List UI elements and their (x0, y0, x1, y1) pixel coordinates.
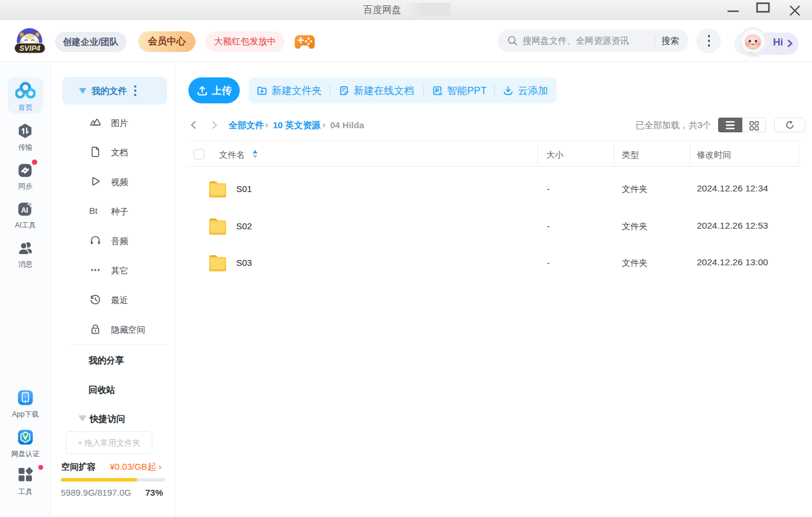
svg-text:AI: AI (439, 92, 442, 96)
svg-text:AI: AI (21, 206, 28, 214)
svg-text:SVIP4: SVIP4 (19, 44, 40, 53)
